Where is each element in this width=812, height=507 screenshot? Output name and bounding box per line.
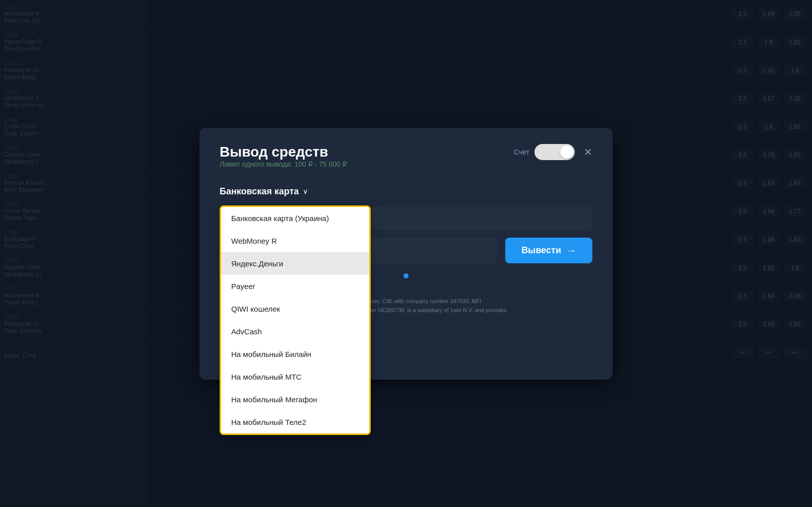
withdraw-button[interactable]: Вывести → — [505, 238, 592, 263]
dropdown-item-yandex[interactable]: Яндекс.Деньги — [221, 252, 369, 275]
dropdown-item-megafon[interactable]: На мобильный Мегафон — [221, 388, 369, 411]
withdraw-label: Вывести — [521, 245, 561, 256]
account-toggle[interactable] — [534, 144, 575, 160]
dropdown-item-advcash[interactable]: AdvCash — [221, 320, 369, 343]
dropdown-item-mts[interactable]: На мобильный МТС — [221, 366, 369, 388]
dropdown-item-tele2[interactable]: На мобильный Теле2 — [221, 411, 369, 433]
modal-title: Вывод средств — [220, 144, 347, 160]
dropdown-item-bank-ukraine[interactable]: Банковская карта (Украина) — [221, 207, 369, 230]
payment-method-selector[interactable]: Банковская карта ∨ Банковская карта (Укр… — [220, 186, 308, 197]
progress-dot — [403, 273, 409, 278]
modal-title-group: Вывод средств Лимит одного вывода: 100 ₽… — [220, 144, 347, 182]
account-label: Счет — [514, 148, 529, 156]
modal-overlay: Вывод средств Лимит одного вывода: 100 ₽… — [0, 0, 812, 507]
modal-header: Вывод средств Лимит одного вывода: 100 ₽… — [220, 144, 592, 182]
modal-subtitle: Лимит одного вывода: 100 ₽ - 75 000 ₽ — [220, 160, 347, 168]
payment-dropdown[interactable]: Банковская карта (Украина) WebMoney R Ян… — [220, 205, 371, 435]
withdrawal-modal: Вывод средств Лимит одного вывода: 100 ₽… — [199, 128, 613, 380]
modal-account-section: Счет ✕ — [514, 144, 592, 160]
chevron-down-icon: ∨ — [303, 187, 308, 195]
dropdown-item-beeline[interactable]: На мобильный Билайн — [221, 343, 369, 366]
dropdown-item-payeer[interactable]: Payeer — [221, 275, 369, 298]
close-button[interactable]: ✕ — [584, 147, 592, 157]
toggle-knob — [560, 146, 573, 159]
payment-method-label: Банковская карта — [220, 186, 299, 197]
dropdown-item-webmoney[interactable]: WebMoney R — [221, 230, 369, 252]
arrow-icon: → — [566, 245, 576, 256]
dropdown-item-qiwi[interactable]: QIWI кошелек — [221, 298, 369, 320]
